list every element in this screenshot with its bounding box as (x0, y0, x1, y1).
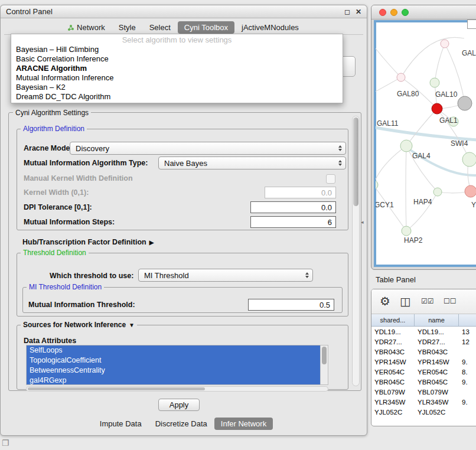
table-column-header[interactable] (459, 314, 476, 327)
float-window-icon[interactable]: ◻ (344, 8, 350, 16)
splitter-collapse-icon[interactable]: ◂ (361, 219, 364, 225)
close-traffic-light[interactable] (379, 9, 386, 16)
table-row[interactable]: YBR045CYBR045C9. (371, 377, 476, 387)
network-window-titlebar[interactable] (371, 5, 476, 19)
hub-section-toggle[interactable]: Hub/Transcription Factor Definition▶ (22, 236, 154, 249)
table-cell[interactable]: YBL079W (371, 387, 415, 397)
gear-icon[interactable]: ⚙ (380, 294, 390, 308)
table-cell[interactable]: 13 (459, 327, 476, 337)
aracne-mode-combo[interactable]: Discovery (70, 142, 346, 155)
network-canvas[interactable]: GALGAL80GAL10GAL11GAL1SWI4GAL4GCY1HAP4HA… (376, 22, 476, 262)
network-edge[interactable] (435, 44, 445, 83)
table-column-header[interactable]: shared... (371, 314, 415, 327)
attribute-list-scrollbar[interactable] (320, 345, 328, 384)
attribute-list-item[interactable]: gal4RGexp (27, 376, 321, 385)
sources-toggle[interactable]: Sources for Network Inference▼ (21, 321, 137, 329)
table-cell[interactable]: YBR045C (415, 377, 459, 387)
table-cell[interactable]: YJL052C (415, 407, 459, 418)
table-cell[interactable]: 9. (459, 357, 476, 367)
apply-button[interactable]: Apply (158, 399, 200, 411)
table-row[interactable]: YBL079WYBL079W (371, 387, 476, 397)
network-node[interactable] (432, 103, 442, 114)
tab-cyni-toolbox[interactable]: Cyni Toolbox (178, 21, 234, 34)
table-row[interactable]: YDL19...YDL19...13 (371, 327, 476, 337)
network-node[interactable] (441, 40, 449, 48)
close-window-icon[interactable]: ✕ (356, 8, 361, 16)
table-cell[interactable] (459, 347, 476, 357)
dropdown-option-bayesian-k2[interactable]: Bayesian – K2 (11, 83, 343, 92)
table-row[interactable]: YPR145WYPR145W9. (371, 357, 476, 367)
tab-select[interactable]: Select (143, 21, 177, 34)
table-cell[interactable]: YDL19... (371, 327, 415, 337)
table-cell[interactable]: YER054C (371, 367, 415, 377)
table-cell[interactable]: 9. (459, 397, 476, 407)
table-cell[interactable]: YER054C (415, 367, 459, 377)
dropdown-option-dream8-dc-tdc-algorithm[interactable]: Dream8 DC_TDC Algorithm (11, 92, 343, 102)
bottom-tab-impute-data[interactable]: Impute Data (93, 418, 148, 430)
deselect-all-icon[interactable]: ☐☐ (444, 297, 457, 305)
settings-scrollbar-thumb[interactable] (353, 118, 358, 206)
network-edge[interactable] (376, 146, 406, 185)
network-node[interactable] (458, 96, 472, 110)
dropdown-option-aracne-algorithm[interactable]: ARACNE Algorithm (11, 64, 343, 73)
network-edge[interactable] (406, 109, 437, 146)
column-view-icon[interactable]: ◫ (400, 295, 410, 308)
tab-jactivemnodules[interactable]: jActiveMNodules (235, 21, 305, 34)
tab-network[interactable]: Network (61, 21, 112, 34)
table-row[interactable]: YJL052CYJL052C (371, 407, 476, 418)
attribute-list-item[interactable]: SelfLoops (27, 345, 321, 356)
settings-scrollbar[interactable] (352, 116, 360, 386)
table-cell[interactable]: YLR345W (415, 397, 459, 407)
table-cell[interactable]: 8. (459, 367, 476, 377)
table-cell[interactable]: YDR27... (371, 337, 415, 347)
network-node[interactable] (376, 180, 378, 190)
table-cell[interactable]: YBR045C (371, 377, 415, 387)
table-cell[interactable]: YBR043C (371, 347, 415, 357)
table-cell[interactable] (459, 387, 476, 397)
table-cell[interactable] (459, 407, 476, 418)
network-node[interactable] (402, 226, 411, 236)
bottom-tab-discretize-data[interactable]: Discretize Data (149, 418, 214, 430)
table-cell[interactable]: YBR043C (415, 347, 459, 357)
network-edge[interactable] (376, 45, 401, 77)
dropdown-option-basic-correlation-inference[interactable]: Basic Correlation Inference (11, 54, 343, 64)
table-cell[interactable]: YPR145W (371, 357, 415, 367)
zoom-traffic-light[interactable] (402, 9, 409, 16)
table-cell[interactable]: YBL079W (415, 387, 459, 397)
mi-threshold-field[interactable]: 0.5 (248, 299, 334, 311)
dropdown-option-bayesian-hill-climbing[interactable]: Bayesian – Hill Climbing (11, 45, 343, 54)
table-row[interactable]: YDR27...YDR27...12 (371, 337, 476, 347)
table-row[interactable]: YER054CYER054C8. (371, 367, 476, 377)
attribute-list-item[interactable]: BetweennessCentrality (27, 366, 321, 376)
network-edge[interactable] (376, 127, 476, 140)
table-cell[interactable]: YLR345W (371, 397, 415, 407)
which-threshold-combo[interactable]: MI Threshold (138, 269, 313, 282)
minimize-traffic-light[interactable] (390, 9, 397, 16)
network-node[interactable] (433, 188, 442, 196)
network-node[interactable] (400, 140, 412, 152)
mi-type-combo[interactable]: Naive Bayes (158, 156, 346, 169)
table-column-header[interactable]: name (415, 314, 459, 327)
select-all-icon[interactable]: ☑☑ (421, 297, 434, 305)
collapsed-panel-icon[interactable]: ❐ (2, 438, 9, 448)
table-cell[interactable]: YJL052C (371, 407, 415, 418)
table-cell[interactable]: YDR27... (415, 337, 459, 347)
network-node[interactable] (462, 152, 476, 167)
network-edge[interactable] (401, 37, 464, 77)
table-row[interactable]: YLR345WYLR345W9. (371, 397, 476, 407)
network-node[interactable] (430, 78, 439, 87)
attribute-list-hscrollbar[interactable] (26, 386, 328, 392)
table-row[interactable]: YBR043CYBR043C (371, 347, 476, 357)
table-cell[interactable]: YPR145W (415, 357, 459, 367)
bottom-tab-infer-network[interactable]: Infer Network (214, 418, 273, 430)
network-node[interactable] (465, 185, 476, 197)
table-cell[interactable]: 9. (459, 377, 476, 387)
mi-steps-field[interactable]: 6 (250, 216, 336, 228)
network-edge[interactable] (406, 146, 406, 231)
table-cell[interactable]: 12 (459, 337, 476, 347)
attribute-list-item[interactable]: TopologicalCoefficient (27, 356, 321, 366)
attribute-list-hscrollbar-thumb[interactable] (28, 387, 205, 390)
tab-style[interactable]: Style (112, 21, 142, 34)
control-panel-titlebar[interactable]: Control Panel ◻ ✕ (1, 5, 367, 18)
network-node[interactable] (397, 73, 405, 81)
